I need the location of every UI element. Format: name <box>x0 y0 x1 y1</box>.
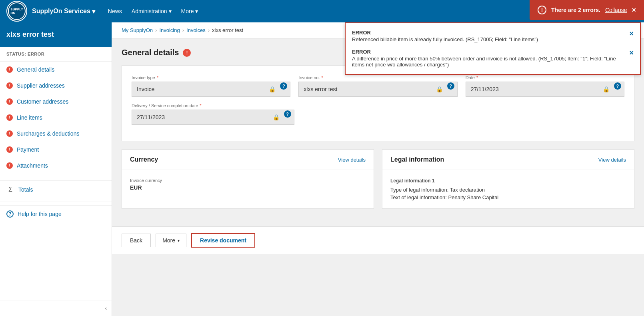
sidebar-status: STATUS: ERROR <box>0 47 112 62</box>
bottom-bar: Back More ▾ Revise document <box>112 226 644 254</box>
lock-icon-invoice-type: 🔒 <box>269 86 276 92</box>
error-2-label: ERROR <box>352 49 624 55</box>
currency-view-details-link[interactable]: View details <box>338 157 366 163</box>
currency-value: EUR <box>130 184 366 191</box>
sidebar-item-line-items[interactable]: ! Line items <box>0 110 112 126</box>
error-1-close-button[interactable]: × <box>629 30 634 38</box>
section-error-icon: ! <box>183 49 191 57</box>
required-star-4: * <box>200 103 201 108</box>
help-button-delivery[interactable]: ? <box>284 110 291 118</box>
more-chevron-down-icon: ▾ <box>178 238 180 243</box>
error-dot-payment: ! <box>6 146 13 153</box>
invoice-no-label: Invoice no. * <box>298 75 457 80</box>
sidebar: xlxs error test STATUS: ERROR ! General … <box>0 22 112 316</box>
collapse-chevron-icon: ‹ <box>105 305 107 311</box>
help-button-date[interactable]: ? <box>614 82 621 90</box>
legal-card-title: Legal information <box>390 156 444 163</box>
sidebar-item-general-details[interactable]: ! General details <box>0 62 112 78</box>
invoice-type-label: Invoice type * <box>132 75 290 80</box>
help-button-invoice-type[interactable]: ? <box>280 82 287 90</box>
error-item-2: ERROR A difference in price of more than… <box>352 49 634 68</box>
lock-icon-delivery: 🔒 <box>273 114 280 120</box>
sidebar-item-surcharges[interactable]: ! Surcharges & deductions <box>0 126 112 142</box>
sigma-icon: Σ <box>6 186 14 194</box>
invoice-type-field: Invoice type * Invoice 🔒 ? <box>132 75 290 97</box>
general-details-form: Invoice type * Invoice 🔒 ? Invoice no. <box>122 65 634 141</box>
currency-card-header: Currency View details <box>122 150 374 170</box>
error-dot-attachments: ! <box>6 162 13 169</box>
form-row-2: Delivery / Service completion date * 27/… <box>132 103 624 125</box>
error-dot-customer: ! <box>6 98 13 105</box>
delivery-date-field: Delivery / Service completion date * 27/… <box>132 103 294 125</box>
error-banner-close-button[interactable]: × <box>632 6 636 14</box>
more-button[interactable]: More ▾ <box>156 234 186 247</box>
sidebar-collapse-button[interactable]: ‹ <box>0 300 112 316</box>
invoice-type-value: Invoice 🔒 <box>132 82 290 97</box>
error-2-close-button[interactable]: × <box>629 49 634 57</box>
delivery-date-value: 27/11/2023 🔒 <box>132 110 294 125</box>
delivery-date-label: Delivery / Service completion date * <box>132 103 294 108</box>
info-cards-row: Currency View details Invoice currency E… <box>122 149 634 209</box>
sidebar-item-payment[interactable]: ! Payment <box>0 142 112 158</box>
required-star-1: * <box>157 75 158 80</box>
error-1-label: ERROR <box>352 30 538 36</box>
sidebar-item-supplier-addresses[interactable]: ! Supplier addresses <box>0 78 112 94</box>
currency-card-title: Currency <box>130 156 158 163</box>
currency-card-body: Invoice currency EUR <box>122 170 374 199</box>
sidebar-item-totals[interactable]: Σ Totals <box>0 180 112 198</box>
sidebar-title: xlxs error test <box>0 22 112 47</box>
sidebar-item-help[interactable]: ? Help for this page <box>0 205 112 222</box>
more-chevron-icon: ▾ <box>195 8 198 14</box>
error-item-1: ERROR Referenced billable item is alread… <box>352 30 634 42</box>
help-button-invoice-no[interactable]: ? <box>447 82 454 90</box>
legal-view-details-link[interactable]: View details <box>598 157 626 163</box>
required-star-3: * <box>476 75 478 80</box>
error-dot-supplier: ! <box>6 82 13 89</box>
brand-chevron-icon: ▾ <box>92 8 95 15</box>
logo[interactable]: SUPPLYON <box>6 1 27 22</box>
sidebar-nav: ! General details ! Supplier addresses !… <box>0 62 112 300</box>
error-dot-surcharges: ! <box>6 130 13 137</box>
breadcrumb-sep-2: › <box>182 27 184 33</box>
back-button[interactable]: Back <box>122 234 151 247</box>
error-1-message: Referenced billable item is already full… <box>352 36 538 42</box>
invoice-no-field: Invoice no. * xlxs error test 🔒 ? <box>298 75 457 97</box>
breadcrumb-my-supplyon[interactable]: My SupplyOn <box>122 27 153 33</box>
legal-card: Legal information View details Legal inf… <box>382 149 634 209</box>
lock-icon-date: 🔒 <box>603 86 610 92</box>
breadcrumb-invoicing[interactable]: Invoicing <box>159 27 180 33</box>
error-dot-line-items: ! <box>6 114 13 121</box>
lock-icon-invoice-no: 🔒 <box>436 86 443 92</box>
sidebar-item-attachments[interactable]: ! Attachments <box>0 158 112 174</box>
legal-card-header: Legal information View details <box>382 150 634 170</box>
currency-card: Currency View details Invoice currency E… <box>122 149 374 209</box>
breadcrumb-invoices[interactable]: Invoices <box>186 27 206 33</box>
administration-chevron-icon: ▾ <box>169 8 172 14</box>
logo-text: SUPPLYON <box>10 8 23 15</box>
breadcrumb-sep-1: › <box>155 27 157 33</box>
nav-news[interactable]: News <box>108 8 122 14</box>
date-label: Date * <box>466 75 624 80</box>
nav-brand[interactable]: SupplyOn Services ▾ <box>32 8 95 15</box>
sidebar-item-customer-addresses[interactable]: ! Customer addresses <box>0 94 112 110</box>
error-banner: ! There are 2 errors. Collapse × <box>530 0 644 20</box>
error-dot-general: ! <box>6 66 13 73</box>
currency-sublabel: Invoice currency <box>130 178 366 183</box>
legal-text-text: Text of legal information: Penalty Share… <box>390 194 626 200</box>
help-icon: ? <box>6 210 14 218</box>
form-row-1: Invoice type * Invoice 🔒 ? Invoice no. <box>132 75 624 97</box>
legal-card-body: Legal information 1 Type of legal inform… <box>382 170 634 208</box>
nav-more[interactable]: More ▾ <box>181 8 198 14</box>
invoice-no-value: xlxs error test 🔒 <box>298 82 457 97</box>
revise-document-button[interactable]: Revise document <box>191 233 255 248</box>
legal-type-text: Type of legal information: Tax declarati… <box>390 187 626 193</box>
date-value: 27/11/2023 🔒 <box>466 82 624 97</box>
error-popup: ERROR Referenced billable item is alread… <box>345 22 641 75</box>
required-star-2: * <box>322 75 323 80</box>
breadcrumb-sep-3: › <box>208 27 210 33</box>
error-2-message: A difference in price of more than 50% b… <box>352 56 624 68</box>
nav-administration[interactable]: Administration ▾ <box>132 8 172 14</box>
error-banner-text: There are 2 errors. <box>551 7 600 13</box>
date-field: Date * 27/11/2023 🔒 ? <box>466 75 624 97</box>
error-banner-collapse-button[interactable]: Collapse <box>605 7 627 13</box>
